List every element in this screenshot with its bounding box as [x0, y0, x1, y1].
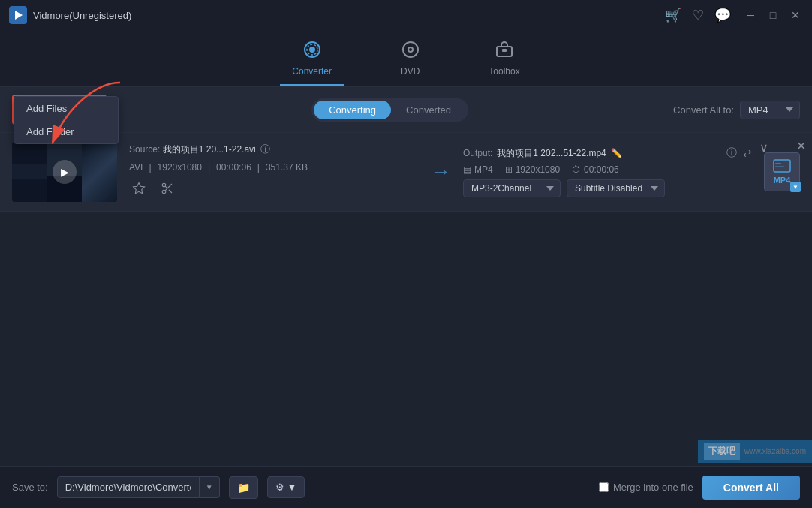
svg-point-3 — [309, 47, 315, 53]
save-path-dropdown-button[interactable]: ▼ — [200, 476, 220, 498]
output-duration-icon: ⏱ — [572, 164, 581, 175]
file-item: ▶ Source: 我的项目1 20...1-22.avi ⓘ AVI | 19… — [0, 133, 812, 212]
cut-button[interactable] — [158, 179, 177, 201]
thumbnail-frame-2: ▶ — [47, 142, 83, 202]
thumbnail-frame-1 — [12, 142, 47, 202]
file-format: AVI — [129, 162, 143, 173]
tab-toolbox-label: Toolbox — [489, 66, 519, 77]
bottom-bar: Save to: D:\Vidmore\Vidmore\Converted ▼ … — [0, 466, 812, 508]
cart-icon[interactable]: 🛒 — [665, 7, 681, 23]
save-path-input[interactable]: D:\Vidmore\Vidmore\Converted — [57, 476, 200, 498]
output-resolution-item: ⊞ 1920x1080 — [505, 164, 560, 175]
gear-icon: ⚙ — [275, 482, 284, 493]
convert-all-select[interactable]: MP4 MKV AVI MOV — [740, 101, 800, 119]
convert-all-label: Convert All to: — [673, 104, 734, 116]
svg-point-11 — [162, 190, 166, 194]
edit-output-button[interactable]: ✏️ — [611, 148, 622, 158]
source-info-icon[interactable]: ⓘ — [260, 143, 270, 156]
save-to-label: Save to: — [12, 482, 48, 493]
merge-checkbox-label: Merge into one file — [599, 482, 693, 493]
nav-tabs: Converter DVD Toolbox — [0, 30, 812, 87]
svg-rect-8 — [502, 49, 507, 52]
svg-rect-16 — [775, 163, 781, 164]
output-meta-row: ▤ MP4 ⊞ 1920x1080 ⏱ 00:00:06 — [463, 164, 752, 175]
dvd-icon — [401, 41, 420, 63]
output-resolution-icon: ⊞ — [505, 164, 513, 175]
converting-tab-button[interactable]: Converting — [314, 101, 391, 119]
titlebar-actions: 🛒 ♡ 💬 — [665, 7, 731, 23]
output-info-button[interactable]: ⓘ — [726, 146, 737, 160]
file-duration: 00:00:06 — [216, 162, 251, 173]
svg-line-13 — [169, 190, 172, 193]
file-meta: AVI | 1920x1080 | 00:00:06 | 351.37 KB — [129, 162, 418, 173]
svg-point-6 — [408, 47, 413, 52]
output-resolution-value: 1920x1080 — [516, 164, 560, 175]
output-value: 我的项目1 202...51-22.mp4 — [497, 147, 606, 160]
merge-label-text: Merge into one file — [613, 482, 693, 493]
output-settings-button[interactable]: ⇄ — [743, 146, 752, 160]
converter-icon — [303, 41, 321, 63]
file-actions — [129, 179, 418, 201]
app-logo — [9, 6, 27, 24]
tab-converter[interactable]: Converter — [280, 36, 344, 86]
titlebar: Vidmore(Unregistered) 🛒 ♡ 💬 ─ □ ✕ — [0, 0, 812, 30]
preferences-dropdown-arrow: ▼ — [287, 482, 297, 493]
chat-icon[interactable]: 💬 — [714, 7, 731, 23]
meta-sep-3: | — [257, 162, 260, 173]
output-info: Output: 我的项目1 202...51-22.mp4 ✏️ ⓘ ⇄ ▤ M… — [463, 146, 752, 197]
thumbnail-frame-3 — [82, 142, 117, 202]
format-icon-box[interactable]: MP4 ▼ — [764, 152, 800, 191]
heart-icon[interactable]: ♡ — [692, 7, 704, 23]
watermark-icon: 下载吧 — [704, 443, 740, 460]
file-source-text: Source: 我的项目1 20...1-22.avi — [129, 143, 256, 156]
svg-line-14 — [165, 186, 167, 188]
convert-all-button-label: Convert All — [723, 482, 779, 494]
file-resolution: 1920x1080 — [158, 162, 202, 173]
svg-point-5 — [403, 42, 418, 57]
tab-converter-label: Converter — [292, 66, 332, 77]
convert-arrow: → — [430, 160, 451, 184]
svg-rect-17 — [775, 166, 784, 167]
play-button[interactable]: ▶ — [53, 160, 77, 184]
meta-sep-2: | — [208, 162, 210, 173]
file-size: 351.37 KB — [266, 162, 308, 173]
output-format-icon: ▤ — [463, 164, 471, 175]
tab-toolbox[interactable]: Toolbox — [477, 36, 531, 86]
output-duration-item: ⏱ 00:00:06 — [572, 164, 619, 175]
output-controls: MP3-2Channel AAC-2Channel Subtitle Disab… — [463, 179, 752, 197]
tab-dvd-label: DVD — [401, 66, 420, 77]
dropdown-add-folder[interactable]: Add Folder — [14, 120, 118, 143]
merge-checkbox[interactable] — [599, 482, 609, 492]
source-value: 我的项目1 20...1-22.avi — [163, 144, 256, 155]
convert-all-button[interactable]: Convert All — [702, 476, 800, 500]
output-label-text: Output: — [463, 148, 492, 158]
dropdown-add-files[interactable]: Add Files — [14, 97, 118, 120]
subtitle-select[interactable]: Subtitle Disabled Enable Subtitles — [567, 179, 665, 197]
toolbox-icon — [495, 41, 513, 63]
tab-dvd[interactable]: DVD — [389, 36, 432, 86]
convert-all-row: Convert All to: MP4 MKV AVI MOV — [673, 101, 800, 119]
watermark: 下载吧 www.xiazaiba.com — [698, 440, 812, 463]
open-folder-button[interactable]: 📁 — [229, 476, 258, 499]
converted-tab-button[interactable]: Converted — [391, 101, 466, 119]
preferences-button[interactable]: ⚙ ▼ — [267, 476, 305, 498]
source-label: Source: — [129, 144, 163, 155]
output-format-item: ▤ MP4 — [463, 164, 493, 175]
app-title: Vidmore(Unregistered) — [33, 10, 665, 21]
add-files-dropdown: Add Files Add Folder — [14, 96, 119, 144]
expand-item-button[interactable]: ∨ — [759, 140, 768, 155]
maximize-button[interactable]: □ — [765, 8, 780, 23]
star-button[interactable] — [129, 179, 149, 201]
watermark-url: www.xiazaiba.com — [744, 447, 806, 455]
close-item-button[interactable]: ✕ — [796, 139, 806, 153]
toolbar-row: + Add Files ▼ Add Files Add Folder Conve… — [0, 87, 812, 133]
file-thumbnail: ▶ — [12, 142, 117, 202]
titlebar-controls: ─ □ ✕ — [743, 8, 803, 23]
close-button[interactable]: ✕ — [788, 8, 803, 23]
output-format-value: MP4 — [474, 164, 493, 175]
meta-sep-1: | — [149, 162, 151, 173]
output-duration-value: 00:00:06 — [584, 164, 619, 175]
format-icon-label: MP4 — [774, 176, 791, 185]
audio-select[interactable]: MP3-2Channel AAC-2Channel — [463, 179, 561, 197]
minimize-button[interactable]: ─ — [743, 8, 758, 23]
